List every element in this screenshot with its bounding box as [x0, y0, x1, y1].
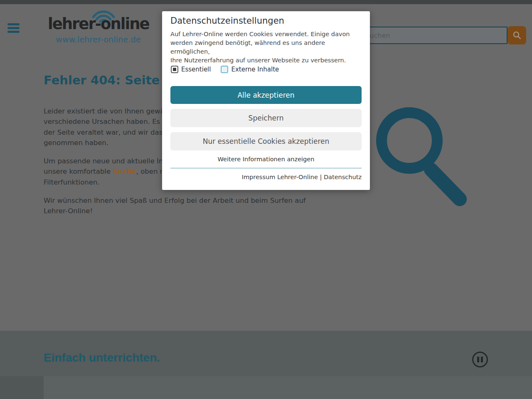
save-button[interactable]: Speichern	[170, 109, 362, 127]
checkbox-essential[interactable]: Essentiell	[171, 66, 211, 73]
essential-checkbox-box[interactable]	[171, 66, 178, 73]
dialog-title: Datenschutzeinstellungen	[170, 16, 284, 26]
page-root: lehrer-online www.lehrer-online.de Fehle…	[0, 0, 532, 399]
checkmark-icon	[173, 68, 176, 71]
checkbox-external-content[interactable]: Externe Inhalte	[221, 66, 279, 73]
essential-label: Essentiell	[181, 66, 211, 73]
privacy-dialog: Datenschutzeinstellungen Auf Lehrer-Onli…	[162, 11, 370, 190]
more-info-link[interactable]: Weitere Informationen anzeigen	[170, 156, 362, 163]
dialog-footer-links: Impressum Lehrer-Online | Datenschutz	[170, 174, 362, 180]
external-label: Externe Inhalte	[231, 66, 279, 73]
dialog-description: Auf Lehrer-Online werden Cookies verwend…	[170, 30, 362, 65]
dialog-divider	[170, 168, 362, 168]
accept-all-button[interactable]: Alle akzeptieren	[170, 86, 362, 104]
external-checkbox-box[interactable]	[221, 66, 228, 73]
essential-only-button[interactable]: Nur essentielle Cookies akzeptieren	[170, 132, 362, 150]
impressum-link[interactable]: Impressum Lehrer-Online	[242, 174, 318, 180]
link-separator: |	[318, 174, 324, 180]
datenschutz-link[interactable]: Datenschutz	[324, 174, 362, 180]
consent-options: Essentiell Externe Inhalte	[171, 66, 279, 73]
